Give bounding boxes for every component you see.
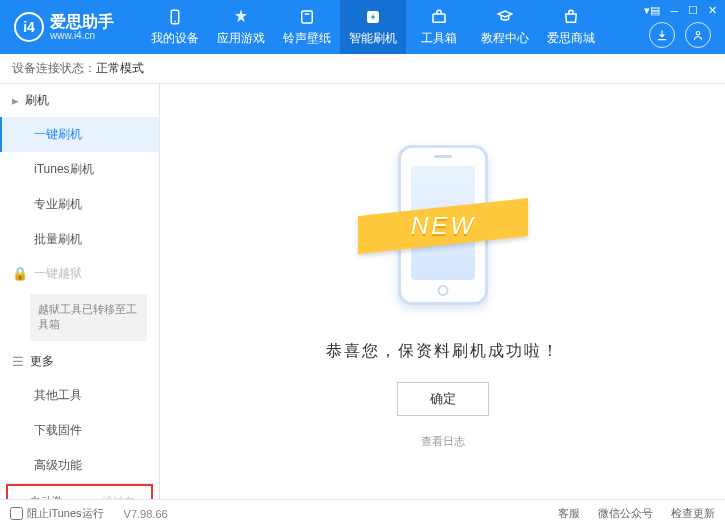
status-label: 设备连接状态： <box>12 60 96 77</box>
main-content: NEW 恭喜您，保资料刷机成功啦！ 确定 查看日志 <box>160 84 725 499</box>
sidebar-item-pro-flash[interactable]: 专业刷机 <box>0 187 159 222</box>
footer-link-wechat[interactable]: 微信公众号 <box>598 506 653 521</box>
app-logo: i4 爱思助手 www.i4.cn <box>8 12 114 42</box>
jailbreak-notice: 越狱工具已转移至工具箱 <box>30 294 147 341</box>
checkbox-auto-activate[interactable]: 自动激活 <box>14 494 74 499</box>
success-message: 恭喜您，保资料刷机成功啦！ <box>326 341 560 362</box>
svg-point-6 <box>696 32 700 36</box>
sidebar-item-download-firmware[interactable]: 下载固件 <box>0 413 159 448</box>
nav-ringtone[interactable]: 铃声壁纸 <box>274 0 340 54</box>
sidebar-item-itunes-flash[interactable]: iTunes刷机 <box>0 152 159 187</box>
top-nav: 我的设备 应用游戏 铃声壁纸 智能刷机 工具箱 教程中心 爱思商城 <box>142 0 604 54</box>
sidebar-item-advanced[interactable]: 高级功能 <box>0 448 159 483</box>
logo-icon: i4 <box>14 12 44 42</box>
maximize-button[interactable]: ☐ <box>688 4 698 17</box>
nav-my-device[interactable]: 我的设备 <box>142 0 208 54</box>
svg-rect-5 <box>433 14 445 22</box>
sidebar: ▸ 刷机 一键刷机 iTunes刷机 专业刷机 批量刷机 🔒 一键越狱 越狱工具… <box>0 84 160 499</box>
nav-toolbox[interactable]: 工具箱 <box>406 0 472 54</box>
nav-tutorial[interactable]: 教程中心 <box>472 0 538 54</box>
tutorial-icon <box>495 7 515 27</box>
svg-rect-2 <box>302 11 313 23</box>
nav-apps[interactable]: 应用游戏 <box>208 0 274 54</box>
close-button[interactable]: ✕ <box>708 4 717 17</box>
more-icon: ☰ <box>12 354 24 369</box>
view-log-link[interactable]: 查看日志 <box>421 434 465 449</box>
user-button[interactable] <box>685 22 711 48</box>
toolbox-icon <box>429 7 449 27</box>
footer-link-update[interactable]: 检查更新 <box>671 506 715 521</box>
sidebar-item-batch-flash[interactable]: 批量刷机 <box>0 222 159 257</box>
checkbox-skip-wizard[interactable]: 跳过向导 <box>86 494 146 499</box>
success-illustration: NEW <box>368 135 518 325</box>
connection-status-bar: 设备连接状态： 正常模式 <box>0 54 725 84</box>
nav-store[interactable]: 爱思商城 <box>538 0 604 54</box>
app-name: 爱思助手 <box>50 13 114 31</box>
store-icon <box>561 7 581 27</box>
download-button[interactable] <box>649 22 675 48</box>
sidebar-group-flash[interactable]: ▸ 刷机 <box>0 84 159 117</box>
titlebar: i4 爱思助手 www.i4.cn 我的设备 应用游戏 铃声壁纸 智能刷机 工具… <box>0 0 725 54</box>
sidebar-group-jailbreak: 🔒 一键越狱 <box>0 257 159 290</box>
version-label: V7.98.66 <box>124 508 168 520</box>
checkbox-block-itunes[interactable]: 阻止iTunes运行 <box>10 506 104 521</box>
flash-icon <box>363 7 383 27</box>
flash-group-icon: ▸ <box>12 93 19 108</box>
app-icon <box>231 7 251 27</box>
ok-button[interactable]: 确定 <box>397 382 489 416</box>
sidebar-item-other-tools[interactable]: 其他工具 <box>0 378 159 413</box>
footer: 阻止iTunes运行 V7.98.66 客服 微信公众号 检查更新 <box>0 499 725 527</box>
menu-icon[interactable]: ▾▤ <box>644 4 660 17</box>
status-value: 正常模式 <box>96 60 144 77</box>
ringtone-icon <box>297 7 317 27</box>
app-url: www.i4.cn <box>50 30 114 41</box>
highlighted-options-box: 自动激活 跳过向导 <box>6 484 153 499</box>
window-controls: ▾▤ ─ ☐ ✕ <box>644 4 717 17</box>
block-itunes-input[interactable] <box>10 507 23 520</box>
device-icon <box>165 7 185 27</box>
sidebar-group-more[interactable]: ☰ 更多 <box>0 345 159 378</box>
sidebar-item-oneclick-flash[interactable]: 一键刷机 <box>0 117 159 152</box>
nav-flash[interactable]: 智能刷机 <box>340 0 406 54</box>
lock-icon: 🔒 <box>12 266 28 281</box>
footer-link-support[interactable]: 客服 <box>558 506 580 521</box>
minimize-button[interactable]: ─ <box>670 5 678 17</box>
